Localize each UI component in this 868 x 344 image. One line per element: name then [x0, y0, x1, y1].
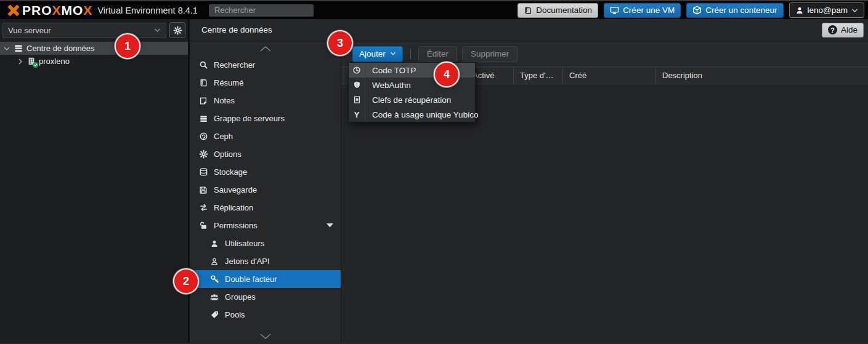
- tag-icon: [209, 310, 219, 319]
- annotation-step-1: 1: [115, 33, 140, 59]
- nav-item-utilisateurs[interactable]: Utilisateurs: [190, 234, 341, 252]
- nav-item-stockage[interactable]: Stockage: [190, 163, 341, 181]
- tree-item-proxleno[interactable]: proxleno: [0, 55, 188, 68]
- column-label: Activé: [473, 71, 494, 80]
- create-vm-label: Créer une VM: [623, 6, 675, 15]
- server-stack-icon: [14, 44, 23, 53]
- create-container-label: Créer un conteneur: [705, 6, 777, 15]
- menu-item-label: Clefs de récupération: [365, 92, 451, 107]
- view-selector-value: Vue serveur: [8, 26, 51, 35]
- user-outline-icon: [209, 257, 219, 266]
- nav-item-double-facteur[interactable]: Double facteur: [190, 270, 341, 288]
- toolbar-separator: [410, 49, 411, 59]
- tree-item-datacenter[interactable]: Centre de données: [0, 42, 188, 55]
- resource-tree-sidebar: Vue serveur: [0, 19, 190, 343]
- replication-icon: [198, 203, 208, 212]
- nav-item-label: Grappe de serveurs: [214, 114, 285, 123]
- nav-item-label: Résumé: [214, 78, 243, 87]
- nav-item-pools[interactable]: Pools: [190, 306, 341, 324]
- column-label: Description: [662, 71, 702, 80]
- tree-item-label: proxleno: [39, 57, 70, 66]
- nav-item-groupes[interactable]: Groupes: [190, 288, 341, 306]
- search-icon: [198, 60, 208, 70]
- tree-settings-button[interactable]: [169, 22, 185, 38]
- nav-item-notes[interactable]: Notes: [190, 92, 341, 110]
- chevron-down-icon: [390, 52, 396, 56]
- node-icon: [27, 57, 36, 66]
- annotation-step-3: 3: [327, 30, 353, 56]
- help-button[interactable]: ? Aide: [822, 23, 864, 38]
- floppy-icon: [198, 186, 208, 194]
- nav-item-label: Double facteur: [225, 274, 277, 284]
- annotation-step-2: 2: [173, 268, 199, 294]
- gear-icon: [198, 150, 208, 159]
- table-col-description[interactable]: Description: [656, 67, 868, 84]
- nav-item-label: Permissions: [214, 221, 258, 230]
- view-selector[interactable]: Vue serveur: [2, 23, 166, 38]
- topbar-actions: Documentation Créer une VM Créer un cont…: [517, 2, 864, 18]
- documentation-button[interactable]: Documentation: [517, 3, 598, 18]
- nav-item-options[interactable]: Options: [190, 145, 341, 163]
- nav-item-label: Jetons d'API: [225, 257, 270, 266]
- edit-button[interactable]: Éditer: [418, 46, 457, 62]
- key-icon: [209, 274, 219, 284]
- nav-item-label: Rechercher: [214, 60, 255, 70]
- nav-item-sauvegarde[interactable]: Sauvegarde: [190, 181, 341, 199]
- nav-item-ceph[interactable]: Ceph: [190, 127, 341, 145]
- chevron-down-icon[interactable]: [327, 223, 333, 228]
- resource-tree: Centre de données proxleno: [0, 42, 188, 68]
- delete-button-label: Supprimer: [471, 49, 509, 58]
- monitor-icon: [610, 6, 619, 15]
- global-search-input[interactable]: [209, 4, 314, 17]
- nav-item-label: Sauvegarde: [214, 185, 257, 194]
- proxmox-wordmark: PROXMOX: [22, 4, 92, 17]
- nav-item-replication[interactable]: Réplication: [190, 199, 341, 217]
- server-stack-icon: [198, 114, 208, 123]
- column-label: Type d'…: [520, 71, 554, 80]
- add-button[interactable]: Ajouter: [352, 46, 403, 62]
- gear-icon: [173, 26, 182, 35]
- create-vm-button[interactable]: Créer une VM: [604, 3, 681, 18]
- tree-toolbar: Vue serveur: [0, 19, 188, 41]
- menu-item-yubico[interactable]: Y Code à usage unique Yubico: [349, 107, 475, 122]
- delete-button[interactable]: Supprimer: [462, 46, 517, 62]
- nav-item-resume[interactable]: Résumé: [190, 74, 341, 92]
- collapse-icon[interactable]: [3, 46, 10, 51]
- panel-title: Centre de données: [201, 25, 272, 34]
- note-icon: [198, 97, 208, 105]
- expand-icon[interactable]: [17, 58, 24, 65]
- top-bar: PROXMOX Virtual Environment 8.4.1 Docume…: [0, 0, 868, 19]
- nav-item-label: Utilisateurs: [225, 239, 264, 248]
- user-icon: [209, 239, 219, 248]
- menu-item-clefs-recuperation[interactable]: Clefs de récupération: [349, 92, 475, 107]
- create-container-button[interactable]: Créer un conteneur: [686, 3, 783, 18]
- nav-item-label: Stockage: [214, 167, 247, 177]
- unlock-icon: [198, 221, 208, 230]
- user-icon: [795, 6, 804, 15]
- help-label: Aide: [841, 25, 858, 34]
- scroll-up-icon[interactable]: [190, 41, 341, 56]
- scroll-down-icon[interactable]: [190, 329, 341, 343]
- proxmox-app: PROXMOX Virtual Environment 8.4.1 Docume…: [0, 0, 868, 344]
- nav-item-label: Ceph: [214, 132, 233, 141]
- table-col-created[interactable]: Créé: [563, 67, 656, 84]
- nav-item-jetons-api[interactable]: Jetons d'API: [190, 252, 341, 270]
- proxmox-logo: PROXMOX: [6, 4, 92, 17]
- status-online-icon: [33, 62, 38, 68]
- nav-item-grappe[interactable]: Grappe de serveurs: [190, 110, 341, 127]
- nav-item-label: Options: [214, 150, 241, 159]
- menu-item-label: WebAuthn: [365, 78, 411, 92]
- nav-item-rechercher[interactable]: Rechercher: [190, 56, 341, 74]
- nav-item-label: Groupes: [225, 292, 256, 302]
- tree-item-label: Centre de données: [26, 44, 95, 53]
- documentation-label: Documentation: [536, 6, 592, 15]
- panel-header: Centre de données ? Aide: [190, 19, 868, 41]
- menu-item-label: Code TOTP: [365, 63, 416, 78]
- nav-item-label: Pools: [225, 310, 245, 319]
- table-col-type[interactable]: Type d'…: [514, 67, 563, 84]
- column-label: Créé: [569, 71, 586, 80]
- user-menu-button[interactable]: leno@pam: [789, 2, 865, 18]
- clock-icon: [349, 63, 365, 78]
- panel-body: Rechercher Résumé Notes: [190, 41, 868, 343]
- nav-item-permissions[interactable]: Permissions: [190, 217, 341, 234]
